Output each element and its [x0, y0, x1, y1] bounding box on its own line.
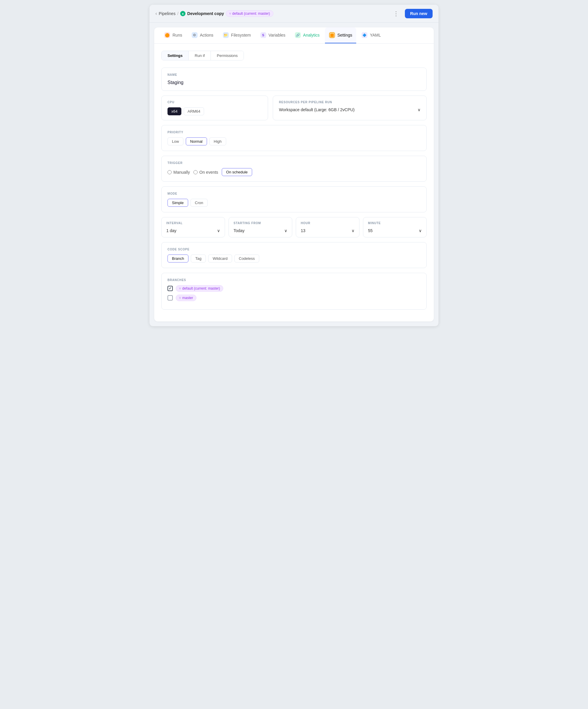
- tab-analytics[interactable]: 🔗 Analytics: [291, 27, 324, 43]
- branch-item-default: ⑂ default (current: master): [167, 285, 421, 292]
- branches-section: BRANCHES ⑂ default (current: master) ⑂ m…: [161, 273, 427, 310]
- code-scope-label: CODE SCOPE: [167, 248, 421, 251]
- breadcrumb: ‹ Pipelines / ● Development copy ⑂ defau…: [155, 10, 273, 17]
- branch-item-master: ⑂ master: [167, 295, 421, 301]
- branch-checkbox-default[interactable]: [167, 286, 173, 291]
- breadcrumb-separator: /: [177, 11, 179, 16]
- git-branch-icon: ⑂: [229, 12, 231, 15]
- mode-options: Simple Cron: [167, 199, 421, 207]
- mode-section: MODE Simple Cron: [161, 186, 427, 212]
- sub-tab-settings[interactable]: Settings: [162, 51, 189, 60]
- hour-select[interactable]: 13 ∨: [301, 228, 354, 233]
- priority-normal-button[interactable]: Normal: [186, 137, 207, 146]
- scope-codeless-button[interactable]: Codeless: [235, 255, 259, 262]
- analytics-icon: 🔗: [295, 32, 301, 38]
- trigger-manually-option[interactable]: Manually: [167, 170, 190, 175]
- trigger-manually-radio[interactable]: [167, 170, 171, 174]
- variables-icon: S: [260, 32, 266, 38]
- tab-runs-label: Runs: [172, 33, 182, 37]
- tab-filesystem-label: Filesystem: [231, 33, 251, 37]
- content-area: Settings Run if Permissions NAME CPU x64…: [154, 44, 434, 321]
- interval-value: 1 day: [166, 228, 176, 233]
- interval-section: INTERVAL 1 day ∨: [161, 217, 225, 237]
- trigger-on-events-option[interactable]: On events: [193, 170, 218, 175]
- cpu-x64-button[interactable]: x64: [167, 107, 181, 115]
- runs-icon: 🟠: [164, 32, 170, 38]
- branch-default-label: default (current: master): [182, 286, 220, 290]
- nav-actions: ⋮ Run new: [391, 9, 433, 18]
- tab-yaml[interactable]: 🔷 YAML: [357, 27, 385, 43]
- name-section: NAME: [161, 68, 427, 91]
- trigger-options: Manually On events On schedule: [167, 168, 421, 176]
- tab-variables[interactable]: S Variables: [256, 27, 290, 43]
- pipeline-status-icon: ●: [180, 11, 186, 16]
- tab-settings-label: Settings: [337, 33, 352, 37]
- scope-options: Branch Tag Wildcard Codeless: [167, 255, 421, 262]
- main-card: 🟠 Runs ⚙ Actions 📁 Filesystem S Variable…: [154, 27, 434, 321]
- tab-filesystem[interactable]: 📁 Filesystem: [219, 27, 255, 43]
- resources-chevron-icon: ∨: [418, 107, 421, 112]
- name-input[interactable]: [167, 80, 421, 85]
- branch-master-label: master: [182, 296, 193, 300]
- resources-section: RESOURCES PER PIPELINE RUN Workspace def…: [273, 96, 427, 120]
- settings-icon: 🟧: [329, 32, 335, 38]
- interval-select[interactable]: 1 day ∨: [166, 228, 220, 233]
- branch-checkbox-master[interactable]: [167, 295, 173, 300]
- tab-runs[interactable]: 🟠 Runs: [160, 27, 186, 43]
- priority-section: PRIORITY Low Normal High: [161, 125, 427, 151]
- trigger-on-schedule-button[interactable]: On schedule: [222, 168, 252, 176]
- back-button[interactable]: ‹: [155, 11, 157, 16]
- code-scope-section: CODE SCOPE Branch Tag Wildcard Codeless: [161, 242, 427, 268]
- mode-cron-button[interactable]: Cron: [190, 199, 208, 207]
- hour-label: HOUR: [301, 221, 354, 225]
- sub-tab-permissions[interactable]: Permissions: [211, 51, 244, 60]
- minute-label: MINUTE: [368, 221, 422, 225]
- starting-from-section: STARTING FROM Today ∨: [229, 217, 292, 237]
- minute-value: 55: [368, 228, 373, 233]
- hour-value: 13: [301, 228, 305, 233]
- trigger-label: TRIGGER: [167, 161, 421, 164]
- priority-low-button[interactable]: Low: [167, 137, 183, 146]
- priority-label: PRIORITY: [167, 131, 421, 134]
- current-branch-badge[interactable]: ⑂ default (current: master): [226, 10, 273, 17]
- pipelines-link[interactable]: Pipelines: [159, 11, 176, 16]
- pipeline-name: Development copy: [187, 11, 224, 16]
- cpu-options: x64 ARM64: [167, 107, 262, 115]
- mode-label: MODE: [167, 192, 421, 195]
- trigger-manually-label: Manually: [173, 170, 190, 175]
- trigger-on-events-label: On events: [199, 170, 218, 175]
- sub-tab-run-if[interactable]: Run if: [189, 51, 211, 60]
- resources-label: RESOURCES PER PIPELINE RUN: [279, 101, 421, 104]
- starting-from-select[interactable]: Today ∨: [234, 228, 287, 233]
- starting-from-label: STARTING FROM: [234, 221, 287, 225]
- tab-bar: 🟠 Runs ⚙ Actions 📁 Filesystem S Variable…: [154, 27, 434, 44]
- trigger-section: TRIGGER Manually On events On schedule: [161, 156, 427, 182]
- priority-options: Low Normal High: [167, 137, 421, 146]
- priority-high-button[interactable]: High: [209, 137, 226, 146]
- minute-select[interactable]: 55 ∨: [368, 228, 422, 233]
- scope-branch-button[interactable]: Branch: [167, 255, 188, 262]
- hour-section: HOUR 13 ∨: [296, 217, 359, 237]
- cpu-section: CPU x64 ARM64: [161, 96, 268, 120]
- tab-analytics-label: Analytics: [303, 33, 320, 37]
- trigger-on-events-radio[interactable]: [193, 170, 197, 174]
- branch-badge-default: ⑂ default (current: master): [176, 285, 223, 292]
- hour-chevron-icon: ∨: [351, 228, 354, 233]
- scope-wildcard-button[interactable]: Wildcard: [208, 255, 232, 262]
- cpu-arm64-button[interactable]: ARM64: [184, 107, 204, 115]
- run-new-button[interactable]: Run new: [405, 9, 433, 18]
- mode-simple-button[interactable]: Simple: [167, 199, 188, 207]
- schedule-row: INTERVAL 1 day ∨ STARTING FROM Today ∨ H…: [161, 217, 427, 237]
- sub-tab-bar: Settings Run if Permissions: [161, 51, 244, 60]
- branches-label: BRANCHES: [167, 279, 421, 282]
- resources-select[interactable]: Workspace default (Large: 6GB / 2vCPU) ∨: [279, 107, 421, 112]
- resources-value: Workspace default (Large: 6GB / 2vCPU): [279, 107, 355, 112]
- scope-tag-button[interactable]: Tag: [191, 255, 206, 262]
- interval-chevron-icon: ∨: [217, 228, 220, 233]
- more-options-button[interactable]: ⋮: [391, 9, 401, 18]
- minute-chevron-icon: ∨: [419, 228, 422, 233]
- tab-settings[interactable]: 🟧 Settings: [325, 27, 356, 43]
- tab-actions[interactable]: ⚙ Actions: [188, 27, 218, 43]
- branch-badge-master: ⑂ master: [176, 295, 196, 301]
- top-navigation: ‹ Pipelines / ● Development copy ⑂ defau…: [150, 5, 438, 23]
